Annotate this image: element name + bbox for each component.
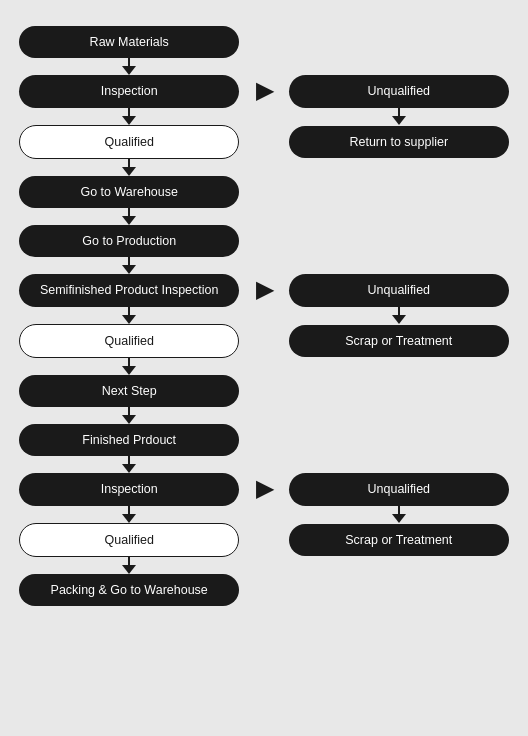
right-arrow-2: ▶ xyxy=(256,279,273,301)
right-arrow-1: ▶ xyxy=(256,80,273,102)
inspection1-node: Inspection xyxy=(19,75,239,107)
arrow-3 xyxy=(8,159,520,176)
arrow-line xyxy=(128,506,130,514)
packing-node: Packing & Go to Warehouse xyxy=(19,574,239,606)
arrow-line xyxy=(398,108,400,116)
unqualified2-node: Unqualified xyxy=(289,274,509,306)
qualified1-node: Qualified xyxy=(19,125,239,159)
arrow-8 xyxy=(8,407,520,424)
arrow-triangle xyxy=(122,464,136,473)
row-semifinished: Semifinished Product Inspection ▶ Unqual… xyxy=(8,274,520,306)
raw-materials-node: Raw Materials xyxy=(19,26,239,58)
arrow-line xyxy=(128,257,130,265)
vert-arrow-5 xyxy=(122,257,136,274)
vert-arrow-10r xyxy=(392,506,406,523)
row-go-warehouse: Go to Warehouse xyxy=(8,176,520,208)
vert-arrow-11 xyxy=(122,557,136,574)
vert-arrow-3 xyxy=(122,159,136,176)
arrow-triangle xyxy=(122,366,136,375)
row-qualified3: Qualified Scrap or Treatment xyxy=(8,523,520,557)
vert-arrow-8 xyxy=(122,407,136,424)
vert-arrow-2r xyxy=(392,108,406,125)
arrow-5 xyxy=(8,257,520,274)
qualified2-node: Qualified xyxy=(19,324,239,358)
arrow-line xyxy=(128,407,130,415)
row-finished: Finished Prdouct xyxy=(8,424,520,456)
arrow-line xyxy=(128,456,130,464)
right-arrow-3: ▶ xyxy=(256,478,273,500)
arrow-triangle xyxy=(392,315,406,324)
next-step-node: Next Step xyxy=(19,375,239,407)
vert-arrow-1 xyxy=(122,58,136,75)
finished-node: Finished Prdouct xyxy=(19,424,239,456)
row-go-production: Go to Production xyxy=(8,225,520,257)
arrow-line xyxy=(128,307,130,315)
unqualified1-node: Unqualified xyxy=(289,75,509,107)
arrow-line xyxy=(398,307,400,315)
arrow-7 xyxy=(8,358,520,375)
arrow-9 xyxy=(8,456,520,473)
unqualified3-node: Unqualified xyxy=(289,473,509,505)
arrow-triangle xyxy=(122,66,136,75)
arrow-line xyxy=(128,58,130,66)
return-supplier-node: Return to supplier xyxy=(289,126,509,158)
arrow-triangle xyxy=(122,167,136,176)
vert-arrow-2 xyxy=(122,108,136,125)
vert-arrow-4 xyxy=(122,208,136,225)
scrap1-node: Scrap or Treatment xyxy=(289,325,509,357)
arrow-triangle xyxy=(122,415,136,424)
qualified3-node: Qualified xyxy=(19,523,239,557)
vert-arrow-9 xyxy=(122,456,136,473)
diagram-container: Raw Materials Inspection ▶ Unqualified xyxy=(0,16,528,720)
row-qualified2: Qualified Scrap or Treatment xyxy=(8,324,520,358)
arrow-triangle xyxy=(122,265,136,274)
arrow-10 xyxy=(8,506,520,523)
row-inspection2: Inspection ▶ Unqualified xyxy=(8,473,520,505)
go-warehouse-node: Go to Warehouse xyxy=(19,176,239,208)
vert-arrow-6r xyxy=(392,307,406,324)
arrow-line xyxy=(398,506,400,514)
arrow-line xyxy=(128,159,130,167)
arrow-line xyxy=(128,358,130,366)
scrap2-node: Scrap or Treatment xyxy=(289,524,509,556)
arrow-triangle xyxy=(122,565,136,574)
arrow-triangle xyxy=(122,514,136,523)
arrow-line xyxy=(128,208,130,216)
arrow-triangle xyxy=(392,514,406,523)
arrow-6 xyxy=(8,307,520,324)
inspection2-node: Inspection xyxy=(19,473,239,505)
arrow-line xyxy=(128,557,130,565)
go-production-node: Go to Production xyxy=(19,225,239,257)
arrow-1 xyxy=(8,58,520,75)
arrow-triangle xyxy=(122,116,136,125)
arrow-11 xyxy=(8,557,520,574)
arrow-triangle xyxy=(122,315,136,324)
row-packing: Packing & Go to Warehouse xyxy=(8,574,520,606)
arrow-triangle xyxy=(392,116,406,125)
row-qualified1: Qualified Return to supplier xyxy=(8,125,520,159)
row-raw-materials: Raw Materials xyxy=(8,26,520,58)
vert-arrow-6 xyxy=(122,307,136,324)
arrow-line xyxy=(128,108,130,116)
semifinished-node: Semifinished Product Inspection xyxy=(19,274,239,306)
vert-arrow-7 xyxy=(122,358,136,375)
arrow-triangle xyxy=(122,216,136,225)
arrow-4 xyxy=(8,208,520,225)
row-inspection1: Inspection ▶ Unqualified xyxy=(8,75,520,107)
row-next-step: Next Step xyxy=(8,375,520,407)
arrow-2 xyxy=(8,108,520,125)
vert-arrow-10 xyxy=(122,506,136,523)
